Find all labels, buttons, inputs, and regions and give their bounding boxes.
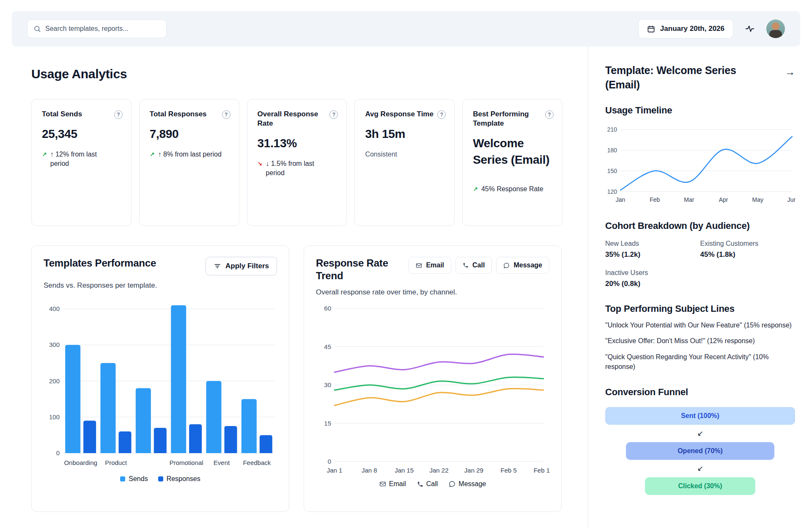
- date-label: January 20th, 2026: [660, 25, 724, 33]
- kpi-delta-text: ↑ 8% from last period: [158, 150, 222, 159]
- cohort-label: Existing Customers: [700, 240, 796, 248]
- cohort-value: 20% (0.8k): [605, 280, 700, 288]
- open-template-arrow-icon[interactable]: →: [785, 66, 795, 78]
- kpi-value: 31.13%: [258, 135, 338, 151]
- kpi-card-best-template: Best Performing Template ? Welcome Serie…: [462, 99, 562, 226]
- kpi-card-total-responses: Total Responses ? 7,890 ↗ ↑ 8% from last…: [139, 99, 239, 226]
- search-input[interactable]: [45, 25, 160, 33]
- cohort-label: New Leads: [605, 240, 700, 248]
- help-icon[interactable]: ?: [222, 110, 230, 119]
- filter-icon: [214, 262, 221, 270]
- trend-chart-legend: Email Call Message: [316, 480, 549, 488]
- subject-lines-title: Top Performing Subject Lines: [605, 303, 795, 314]
- legend-item-responses: Responses: [158, 475, 200, 483]
- svg-text:0: 0: [56, 449, 60, 456]
- funnel-step-opened: Opened (70%): [626, 442, 774, 460]
- response-rate-trend-subtitle: Overall response rate over time, by chan…: [316, 288, 549, 297]
- svg-text:45: 45: [324, 343, 331, 350]
- cohort-breakdown-title: Cohort Breakdown (by Audience): [605, 220, 795, 231]
- legend-label: Call: [426, 480, 438, 488]
- svg-text:15: 15: [324, 420, 331, 427]
- svg-text:150: 150: [607, 167, 617, 174]
- channel-button-message[interactable]: Message: [496, 257, 549, 274]
- conversion-funnel: Sent (100%) ↙ Opened (70%) ↙ Clicked (30…: [605, 407, 795, 495]
- channel-toggle-group: Email Call Message: [409, 257, 549, 274]
- svg-text:Feb 5: Feb 5: [500, 467, 516, 474]
- page-title: Usage Analytics: [31, 67, 562, 81]
- help-icon[interactable]: ?: [545, 110, 554, 119]
- legend-label: Sends: [129, 475, 148, 483]
- svg-text:Jan 29: Jan 29: [464, 467, 483, 474]
- responses-color-swatch: [158, 476, 163, 481]
- svg-text:180: 180: [607, 147, 617, 154]
- channel-button-email[interactable]: Email: [409, 257, 451, 274]
- legend-label: Responses: [167, 475, 200, 483]
- response-rate-trend-title: Response Rate Trend: [316, 257, 405, 282]
- svg-text:Feedback: Feedback: [243, 459, 271, 466]
- channel-button-call[interactable]: Call: [455, 257, 492, 274]
- subject-line-item: "Unlock Your Potential with Our New Feat…: [605, 321, 795, 330]
- svg-text:Feb 12: Feb 12: [534, 467, 550, 474]
- templates-performance-chart: 0100200300400OnboardingProductPromotiona…: [44, 297, 278, 470]
- templates-performance-title: Templates Performance: [44, 257, 156, 270]
- apply-filters-label: Apply Filters: [225, 262, 269, 270]
- trend-down-icon: ↘: [258, 160, 263, 177]
- kpi-delta-text: ↑ 12% from last period: [50, 150, 117, 168]
- legend-item-call: Call: [417, 480, 438, 488]
- funnel-step-clicked: Clicked (30%): [645, 477, 755, 495]
- charts-row: Templates Performance Apply Filters Send…: [31, 245, 562, 512]
- email-icon: [379, 481, 386, 487]
- help-icon[interactable]: ?: [329, 110, 338, 119]
- channel-label: Message: [513, 261, 542, 269]
- subject-line-item: "Quick Question Regarding Your Recent Ac…: [605, 352, 795, 371]
- svg-text:Jan: Jan: [616, 196, 625, 203]
- help-icon[interactable]: ?: [114, 110, 123, 119]
- help-icon[interactable]: ?: [437, 110, 446, 119]
- kpi-label: Total Responses: [150, 110, 207, 119]
- phone-icon: [463, 262, 469, 268]
- svg-text:210: 210: [607, 126, 617, 133]
- search-box[interactable]: [27, 19, 167, 38]
- bar-chart-legend: Sends Responses: [44, 475, 277, 483]
- apply-filters-button[interactable]: Apply Filters: [206, 257, 277, 275]
- svg-text:Promotional: Promotional: [170, 459, 203, 466]
- activity-icon-button[interactable]: [745, 24, 754, 33]
- kpi-label: Avg Response Time: [365, 110, 433, 119]
- subject-line-item: "Exclusive Offer: Don't Miss Out!" (12% …: [605, 336, 795, 346]
- svg-text:Mar: Mar: [684, 196, 694, 203]
- response-rate-trend-chart: 015304560Jan 1Jan 8Jan 15Jan 22Jan 29Feb…: [316, 303, 550, 476]
- kpi-card-response-time: Avg Response Time ? 3h 15m Consistent: [354, 99, 455, 226]
- avatar[interactable]: [766, 19, 785, 38]
- svg-text:Apr: Apr: [719, 196, 728, 203]
- response-rate-trend-card: Response Rate Trend Email Ca: [304, 245, 562, 512]
- svg-text:Jan 22: Jan 22: [429, 467, 448, 474]
- kpi-value: Welcome Series (Email): [473, 135, 554, 168]
- cohort-value: 35% (1.2k): [605, 250, 700, 259]
- trend-up-icon: ↗: [42, 151, 47, 168]
- template-panel-title: Template: Welcome Series (Email): [605, 63, 766, 92]
- conversion-funnel-title: Conversion Funnel: [605, 387, 795, 398]
- svg-text:May: May: [752, 196, 763, 203]
- kpi-delta-text: ↓ 1.5% from last period: [266, 159, 332, 177]
- top-bar: January 20th, 2026: [12, 11, 800, 47]
- trend-up-icon: ↗: [473, 185, 478, 194]
- svg-text:400: 400: [49, 305, 60, 312]
- svg-text:Feb: Feb: [650, 196, 660, 203]
- cohort-item-new-leads: New Leads 35% (1.2k): [605, 240, 700, 259]
- activity-pulse-icon: [745, 24, 754, 33]
- template-detail-panel: Template: Welcome Series (Email) → Usage…: [588, 47, 812, 528]
- svg-text:200: 200: [49, 377, 60, 385]
- cohort-label: Inactive Users: [605, 269, 700, 277]
- svg-text:Event: Event: [214, 459, 230, 466]
- email-icon: [416, 262, 422, 269]
- svg-text:60: 60: [324, 305, 331, 312]
- kpi-delta-text: 45% Response Rate: [481, 184, 543, 194]
- cohort-item-inactive-users: Inactive Users 20% (0.8k): [605, 269, 700, 288]
- legend-item-sends: Sends: [120, 475, 148, 483]
- svg-text:Jun: Jun: [787, 196, 796, 203]
- kpi-card-response-rate: Overall Response Rate ? 31.13% ↘ ↓ 1.5% …: [247, 99, 347, 226]
- trend-up-icon: ↗: [150, 151, 155, 159]
- date-picker-button[interactable]: January 20th, 2026: [638, 19, 733, 38]
- kpi-row: Total Sends ? 25,345 ↗ ↑ 12% from last p…: [31, 99, 562, 226]
- svg-text:300: 300: [49, 341, 60, 348]
